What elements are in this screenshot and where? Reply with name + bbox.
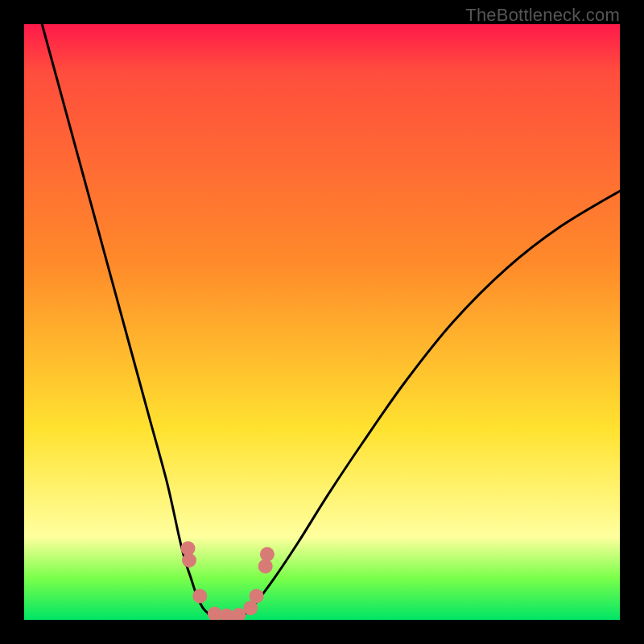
chart-frame — [24, 24, 620, 620]
bottleneck-curve — [42, 24, 620, 617]
marker-dot — [192, 588, 207, 603]
marker-dot — [250, 588, 264, 603]
chart-svg — [24, 24, 620, 620]
valley-markers — [181, 541, 275, 620]
watermark-text: TheBottleneck.com — [465, 5, 620, 26]
marker-dot — [260, 547, 275, 562]
marker-dot — [182, 553, 196, 568]
